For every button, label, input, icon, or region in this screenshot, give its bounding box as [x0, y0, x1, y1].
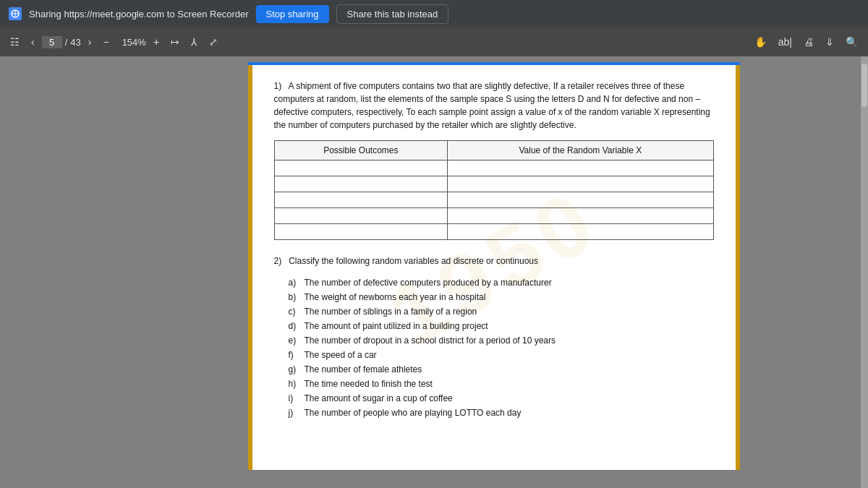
list-text: The number of siblings in a family of a …	[305, 305, 477, 318]
table-col2-header: Value of the Random Variable X	[448, 141, 713, 160]
hand-icon: ✋	[754, 36, 767, 48]
pdf-page: 1950 1) A shipment of five computers con…	[248, 65, 740, 470]
table-row	[274, 160, 713, 176]
q1-body: A shipment of five computers contains tw…	[274, 81, 710, 130]
list-label: b)	[289, 291, 300, 304]
page-info: 5 / 43	[42, 36, 81, 48]
print-button[interactable]: 🖨	[799, 33, 818, 51]
list-label: e)	[289, 334, 300, 347]
list-label: j)	[289, 406, 300, 419]
fullscreen-button[interactable]: ⤢	[205, 33, 222, 51]
download-button[interactable]: ⇓	[821, 33, 838, 51]
list-text: The amount of paint utilized in a buildi…	[305, 320, 488, 333]
zoom-info: 154%	[122, 37, 146, 48]
list-text: The amount of sugar in a cup of coffee	[305, 392, 453, 405]
download-icon: ⇓	[825, 36, 834, 48]
list-item: g)The number of female athletes	[274, 363, 714, 376]
list-text: The number of defective computers produc…	[305, 276, 552, 289]
list-label: h)	[289, 377, 300, 390]
table-col1-header: Possible Outcomes	[274, 141, 448, 160]
list-text: The number of dropout in a school distri…	[305, 334, 556, 347]
page-separator: /	[65, 37, 68, 48]
list-label: a)	[289, 276, 300, 289]
list-item: h)The time needed to finish the test	[274, 377, 714, 390]
question-2: 2) Classify the following random variabl…	[274, 254, 714, 419]
question-1-table: Possible Outcomes Value of the Random Va…	[274, 140, 714, 240]
table-row	[274, 224, 713, 240]
list-label: c)	[289, 305, 300, 318]
zoom-level: 154%	[122, 37, 146, 48]
text-select-icon: ⅄	[191, 36, 197, 48]
sharing-icon	[9, 7, 22, 20]
fullscreen-icon: ⤢	[209, 36, 218, 48]
q1-number: 1)	[274, 81, 282, 91]
menu-button[interactable]: ☷	[6, 33, 24, 51]
list-item: d)The amount of paint utilized in a buil…	[274, 320, 714, 333]
minus-icon: −	[103, 36, 109, 48]
list-label: f)	[289, 348, 300, 361]
pdf-toolbar: ☷ ‹ 5 / 43 › − 154% + ↦ ⅄ ⤢ ✋ ab| 🖨	[0, 27, 868, 56]
chevron-left-icon: ‹	[31, 36, 35, 48]
menu-icon: ☷	[10, 36, 20, 48]
list-text: The time needed to finish the test	[305, 377, 433, 390]
pdf-content-wrapper: 1950 1) A shipment of five computers con…	[127, 56, 861, 488]
prev-page-button[interactable]: ‹	[27, 33, 39, 51]
question-1-text: 1) A shipment of five computers contains…	[274, 80, 714, 132]
stop-sharing-button[interactable]: Stop sharing	[256, 5, 329, 23]
question-2-list: a)The number of defective computers prod…	[274, 276, 714, 419]
pdf-area: 1950 1) A shipment of five computers con…	[0, 56, 868, 488]
print-icon: 🖨	[804, 36, 814, 48]
page-total: 43	[70, 37, 80, 48]
toolbar-right: ✋ ab| 🖨 ⇓ 🔍	[750, 33, 862, 51]
plus-icon: +	[153, 36, 159, 48]
list-text: The number of people who are playing LOT…	[305, 406, 522, 419]
sharing-text: Sharing https://meet.google.com to Scree…	[29, 9, 249, 20]
sharing-bar: Sharing https://meet.google.com to Scree…	[0, 0, 868, 27]
table-row	[274, 176, 713, 192]
list-label: i)	[289, 392, 300, 405]
list-text: The speed of a car	[305, 348, 377, 361]
search-button[interactable]: 🔍	[841, 33, 862, 51]
list-item: a)The number of defective computers prod…	[274, 276, 714, 289]
fit-width-button[interactable]: ↦	[166, 33, 184, 51]
list-text: The weight of newborns each year in a ho…	[305, 291, 486, 304]
page-number-input[interactable]: 5	[42, 36, 62, 48]
list-text: The number of female athletes	[305, 363, 422, 376]
share-tab-button[interactable]: Share this tab instead	[336, 4, 449, 24]
question-1: 1) A shipment of five computers contains…	[274, 80, 714, 240]
hand-tool-button[interactable]: ✋	[750, 33, 771, 51]
select-text-button[interactable]: ⅄	[187, 33, 202, 51]
list-item: e)The number of dropout in a school dist…	[274, 334, 714, 347]
list-item: i)The amount of sugar in a cup of coffee	[274, 392, 714, 405]
list-item: j)The number of people who are playing L…	[274, 406, 714, 419]
scrollbar-thumb[interactable]	[861, 64, 867, 107]
pdf-sidebar-right[interactable]	[861, 56, 868, 488]
list-label: d)	[289, 320, 300, 333]
q2-body: Classify the following random variables …	[289, 256, 538, 266]
table-row	[274, 208, 713, 224]
table-row	[274, 192, 713, 208]
q2-number: 2)	[274, 256, 282, 266]
zoom-out-button[interactable]: −	[98, 33, 113, 51]
list-item: f)The speed of a car	[274, 348, 714, 361]
fit-width-icon: ↦	[171, 36, 179, 48]
annotation-icon: ab|	[778, 36, 792, 48]
zoom-in-button[interactable]: +	[149, 33, 163, 51]
annotation-button[interactable]: ab|	[774, 33, 796, 51]
question-2-text: 2) Classify the following random variabl…	[274, 254, 714, 267]
chevron-right-icon: ›	[88, 36, 92, 48]
list-item: c)The number of siblings in a family of …	[274, 305, 714, 318]
list-item: b)The weight of newborns each year in a …	[274, 291, 714, 304]
search-icon: 🔍	[846, 36, 858, 48]
pdf-sidebar-left	[0, 56, 127, 488]
next-page-button[interactable]: ›	[84, 33, 96, 51]
list-label: g)	[289, 363, 300, 376]
